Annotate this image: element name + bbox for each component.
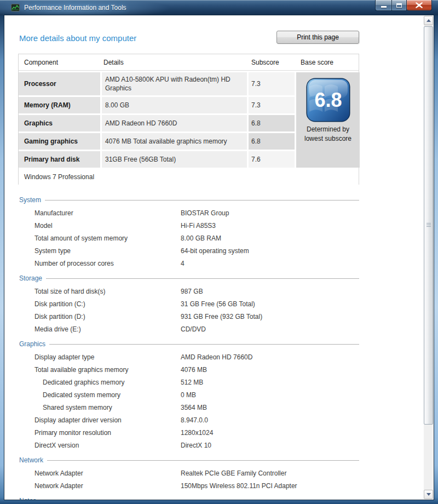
details-cell: 31GB Free (56GB Total) <box>102 151 247 168</box>
section-rows-network: Network AdapterRealtek PCIe GBE Family C… <box>19 467 359 492</box>
info-value: AMD Radeon HD 7660D <box>181 351 252 364</box>
info-label: Total size of hard disk(s) <box>34 285 105 298</box>
column-header-component: Component <box>24 59 58 66</box>
info-label: Dedicated system memory <box>43 389 120 402</box>
section-divider <box>46 278 359 279</box>
info-row: Total available graphics memory4076 MB <box>19 364 359 376</box>
info-value: 0 MB <box>181 389 196 402</box>
performance-monitor-icon <box>11 3 20 12</box>
info-label: Primary monitor resolution <box>34 427 111 439</box>
info-value: 4076 MB <box>181 364 207 376</box>
close-button[interactable] <box>407 0 432 11</box>
info-row: Display adapter driver version8.947.0.0 <box>19 414 359 427</box>
column-header-details: Details <box>103 59 124 66</box>
component-cell: Memory (RAM) <box>19 97 100 113</box>
info-label: Media drive (E:) <box>34 323 81 336</box>
info-value: 8.00 GB RAM <box>181 232 221 245</box>
info-value: 987 GB <box>181 285 203 298</box>
info-value: 8.947.0.0 <box>181 414 208 427</box>
info-label: Display adapter type <box>34 351 94 364</box>
section-header-graphics: Graphics <box>19 339 359 348</box>
minimize-button[interactable] <box>375 0 391 11</box>
info-label: Model <box>34 220 53 232</box>
section-header-network: Network <box>19 455 359 465</box>
subscore-cell: 7.3 <box>249 97 295 113</box>
maximize-button[interactable] <box>391 0 407 11</box>
base-score-badge: 6.8 <box>306 78 350 122</box>
subscore-cell-lowest: 6.8 <box>249 115 295 131</box>
section-header-storage: Storage <box>19 273 359 283</box>
details-cell: AMD Radeon HD 7660D <box>102 115 247 131</box>
minimize-icon <box>381 6 387 8</box>
section-divider <box>49 344 359 345</box>
print-this-page-button[interactable]: Print this page <box>276 31 359 44</box>
info-value: Realtek PCIe GBE Family Controller <box>181 467 286 480</box>
info-value: 4 <box>181 257 185 270</box>
column-header-subscore: Subscore <box>251 59 279 66</box>
info-label: Dedicated graphics memory <box>43 376 124 389</box>
info-row: Number of processor cores4 <box>19 257 359 270</box>
info-value: Hi-Fi A85S3 <box>181 220 216 232</box>
detail-sections: System ManufacturerBIOSTAR Group ModelHi… <box>19 195 359 500</box>
score-table: Component Details Subscore Base score Pr… <box>18 54 359 185</box>
info-label: Total available graphics memory <box>34 364 128 376</box>
info-row: Disk partition (D:)931 GB Free (932 GB T… <box>19 311 359 323</box>
window-title: Performance Information and Tools <box>24 4 126 12</box>
maximize-icon <box>396 3 402 8</box>
info-value: 512 MB <box>181 376 203 389</box>
info-row: Network AdapterRealtek PCIe GBE Family C… <box>19 467 359 480</box>
titlebar: Performance Information and Tools <box>0 0 438 15</box>
scrollbar-up-button[interactable] <box>424 16 433 25</box>
section-title: System <box>19 196 41 204</box>
chevron-up-icon <box>427 19 431 22</box>
info-value: BIOSTAR Group <box>181 207 229 220</box>
info-row: Dedicated system memory0 MB <box>19 389 359 402</box>
info-value: 31 GB Free (56 GB Total) <box>181 298 255 311</box>
os-edition-row: Windows 7 Professional <box>19 169 359 185</box>
info-label: System type <box>34 245 71 257</box>
scrollbar-down-button[interactable] <box>424 490 433 499</box>
scrollbar-thumb[interactable] <box>424 26 433 425</box>
info-row: DirectX versionDirectX 10 <box>19 439 359 452</box>
section-title: Notes <box>19 497 36 501</box>
info-row: Display adapter typeAMD Radeon HD 7660D <box>19 351 359 364</box>
info-row: ModelHi-Fi A85S3 <box>19 220 359 232</box>
info-row: Total amount of system memory8.00 GB RAM <box>19 232 359 245</box>
info-row: Disk partition (C:)31 GB Free (56 GB Tot… <box>19 298 359 311</box>
component-cell: Gaming graphics <box>19 133 100 150</box>
component-cell: Graphics <box>19 115 100 131</box>
section-rows-system: ManufacturerBIOSTAR Group ModelHi-Fi A85… <box>19 207 359 270</box>
info-row: Media drive (E:)CD/DVD <box>19 323 359 336</box>
info-label: Number of processor cores <box>34 257 114 270</box>
info-value: 64-bit operating system <box>181 245 249 257</box>
info-label: Shared system memory <box>43 402 112 414</box>
section-divider <box>45 200 359 201</box>
content-area: More details about my computer Print thi… <box>4 15 434 500</box>
window: Performance Information and Tools More d… <box>0 0 438 504</box>
base-score-cell: 6.8 Determined by lowest subscore <box>296 72 360 168</box>
info-row: Total size of hard disk(s)987 GB <box>19 285 359 298</box>
section-header-notes: Notes <box>19 496 359 500</box>
component-cell: Primary hard disk <box>19 151 100 168</box>
base-score-value: 6.8 <box>314 89 342 111</box>
info-row: Dedicated graphics memory512 MB <box>19 376 359 389</box>
info-label: Network Adapter <box>34 480 83 492</box>
info-row: Shared system memory3564 MB <box>19 402 359 414</box>
details-cell: 4076 MB Total available graphics memory <box>102 133 247 150</box>
info-label: Disk partition (D:) <box>34 311 85 323</box>
section-divider <box>47 460 359 461</box>
info-row: Primary monitor resolution1280x1024 <box>19 427 359 439</box>
info-row: System type64-bit operating system <box>19 245 359 257</box>
info-row: Network Adapter150Mbps Wireless 802.11n … <box>19 480 359 492</box>
info-value: DirectX 10 <box>181 439 211 452</box>
info-label: Total amount of system memory <box>34 232 128 245</box>
column-header-basescore: Base score <box>301 59 333 66</box>
subscore-cell: 7.6 <box>249 151 295 168</box>
subscore-cell: 7.3 <box>249 72 295 95</box>
details-cell: AMD A10-5800K APU with Radeon(tm) HD Gra… <box>102 72 247 95</box>
component-cell: Processor <box>19 72 100 95</box>
vertical-scrollbar <box>424 16 433 499</box>
info-label: Manufacturer <box>34 207 73 220</box>
window-controls <box>375 0 432 11</box>
section-rows-storage: Total size of hard disk(s)987 GB Disk pa… <box>19 285 359 336</box>
